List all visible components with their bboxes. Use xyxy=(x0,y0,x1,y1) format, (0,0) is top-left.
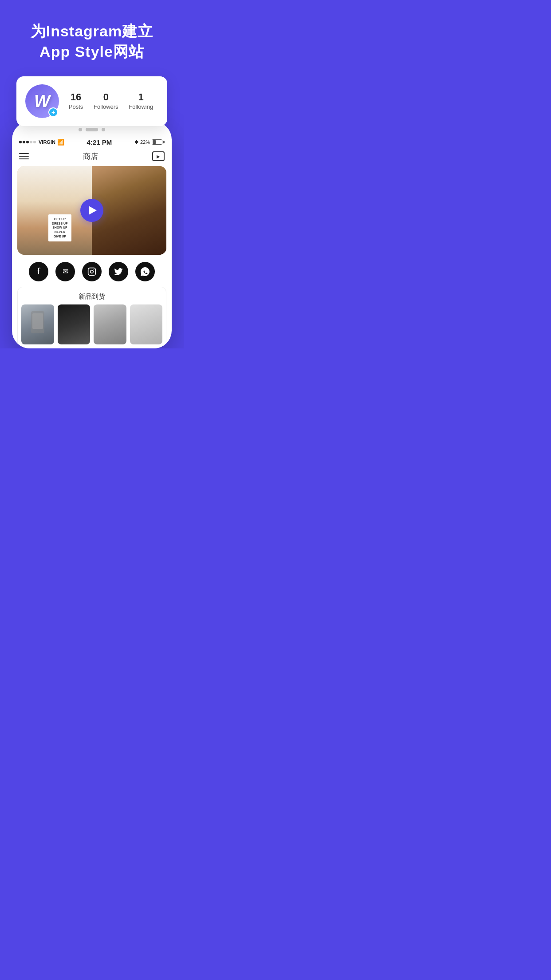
play-button[interactable] xyxy=(80,199,103,222)
posts-count: 16 xyxy=(71,92,81,103)
following-stat: 1 Following xyxy=(129,92,153,110)
sig-dot-3 xyxy=(26,141,29,143)
avatar-wrap: W + xyxy=(25,84,59,118)
hero-image: GET UP DRESS UP SHOW UP NEVER GIVE UP xyxy=(17,166,166,255)
facebook-icon[interactable]: f xyxy=(29,262,48,281)
product-item-2[interactable] xyxy=(58,304,91,344)
email-icon[interactable]: ✉ xyxy=(55,262,75,281)
phone-mockup: VIRGIN 📶 4:21 PM ✱ 22% 商店 ▶ xyxy=(12,122,172,348)
signal-icon xyxy=(19,141,36,143)
dot-1 xyxy=(79,128,82,131)
play-triangle-icon xyxy=(89,206,97,215)
ham-line-2 xyxy=(19,156,29,157)
following-count: 1 xyxy=(138,92,144,103)
new-arrivals-section: 新品到货 xyxy=(17,287,166,348)
bluetooth-icon: ✱ xyxy=(134,139,138,145)
followers-stat: 0 Followers xyxy=(94,92,118,110)
dot-2-pill xyxy=(86,128,98,131)
sig-dot-5 xyxy=(33,141,36,143)
following-label: Following xyxy=(129,103,153,110)
twitter-icon[interactable] xyxy=(109,262,128,281)
product-item-4[interactable] xyxy=(130,304,163,344)
ham-line-3 xyxy=(19,158,29,159)
motivational-sign: GET UP DRESS UP SHOW UP NEVER GIVE UP xyxy=(48,214,71,241)
status-left: VIRGIN 📶 xyxy=(19,139,64,146)
add-icon[interactable]: + xyxy=(48,107,58,117)
svg-rect-0 xyxy=(88,268,96,275)
menu-icon[interactable] xyxy=(19,153,29,159)
status-time: 4:21 PM xyxy=(87,138,112,146)
hero-title: 为Instagram建立 App Style网站 xyxy=(11,21,173,62)
hero-section: 为Instagram建立 App Style网站 xyxy=(0,0,184,76)
video-player-icon[interactable]: ▶ xyxy=(152,151,165,161)
product-item-3[interactable] xyxy=(94,304,126,344)
followers-count: 0 xyxy=(103,92,109,103)
wifi-icon: 📶 xyxy=(57,139,64,146)
social-icons-row: f ✉ xyxy=(12,255,172,287)
followers-label: Followers xyxy=(94,103,118,110)
new-arrivals-title: 新品到货 xyxy=(18,287,166,304)
product-item-1[interactable] xyxy=(21,304,54,344)
status-right: ✱ 22% xyxy=(134,139,165,145)
sig-dot-2 xyxy=(23,141,25,143)
battery-nub xyxy=(163,141,165,143)
posts-label: Posts xyxy=(69,103,83,110)
product-image-2 xyxy=(58,304,91,344)
page-title: 商店 xyxy=(83,151,98,162)
product-image-3 xyxy=(94,304,126,344)
whatsapp-icon[interactable] xyxy=(135,262,155,281)
dot-3 xyxy=(102,128,105,131)
battery-fill xyxy=(153,140,156,144)
carrier-name: VIRGIN xyxy=(39,139,55,145)
sig-dot-1 xyxy=(19,141,22,143)
svg-rect-4 xyxy=(32,313,43,329)
ham-line-1 xyxy=(19,153,29,154)
battery-bar xyxy=(152,139,162,145)
posts-stat: 16 Posts xyxy=(69,92,83,110)
avatar-letter: W xyxy=(34,93,50,110)
products-row xyxy=(18,304,166,344)
battery-icon xyxy=(152,139,165,145)
svg-point-1 xyxy=(91,270,94,273)
product-image-4 xyxy=(130,304,163,344)
stats-section: 16 Posts 0 Followers 1 Following xyxy=(63,92,158,110)
instagram-icon[interactable] xyxy=(82,262,102,281)
battery-percent: 22% xyxy=(140,139,150,145)
profile-card: W + 16 Posts 0 Followers 1 Following xyxy=(16,76,167,126)
product-image-1 xyxy=(21,304,54,344)
play-icon: ▶ xyxy=(157,154,160,159)
app-navbar: 商店 ▶ xyxy=(12,148,172,164)
status-bar: VIRGIN 📶 4:21 PM ✱ 22% xyxy=(12,135,172,148)
svg-point-2 xyxy=(94,269,94,270)
sig-dot-4 xyxy=(30,141,32,143)
